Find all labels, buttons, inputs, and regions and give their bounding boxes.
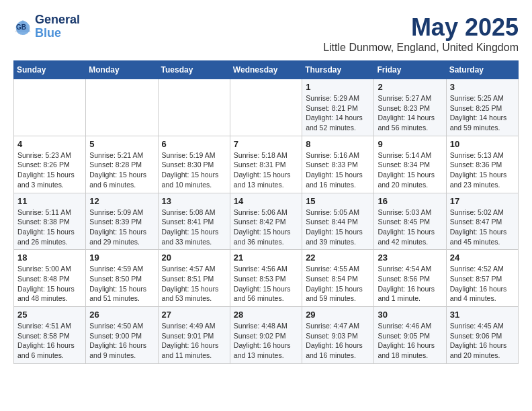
day-info: Sunrise: 4:52 AMSunset: 8:57 PMDaylight:… [450,264,515,304]
header-cell-monday: Monday [86,61,158,79]
day-number: 31 [450,310,515,320]
day-info: Sunrise: 5:09 AMSunset: 8:39 PMDaylight:… [89,208,154,247]
calendar-cell: 6Sunrise: 5:19 AMSunset: 8:30 PMDaylight… [158,136,230,193]
calendar-cell: 22Sunrise: 4:55 AMSunset: 8:54 PMDayligh… [302,250,374,307]
day-number: 30 [378,310,442,320]
day-number: 2 [378,82,442,92]
day-number: 7 [234,139,298,149]
day-info: Sunrise: 5:25 AMSunset: 8:25 PMDaylight:… [450,93,515,133]
day-info: Sunrise: 4:48 AMSunset: 9:02 PMDaylight:… [234,321,298,361]
header-cell-friday: Friday [374,61,446,79]
day-info: Sunrise: 4:54 AMSunset: 8:56 PMDaylight:… [378,264,442,304]
week-row-2: 4Sunrise: 5:23 AMSunset: 8:26 PMDaylight… [14,136,519,193]
calendar-cell: 1Sunrise: 5:29 AMSunset: 8:21 PMDaylight… [302,79,374,136]
day-info: Sunrise: 5:29 AMSunset: 8:21 PMDaylight:… [306,93,370,133]
location-title: Little Dunmow, England, United Kingdom [323,42,519,54]
calendar-cell: 10Sunrise: 5:13 AMSunset: 8:36 PMDayligh… [446,136,518,193]
calendar-cell: 3Sunrise: 5:25 AMSunset: 8:25 PMDaylight… [446,79,518,136]
calendar-cell: 25Sunrise: 4:51 AMSunset: 8:58 PMDayligh… [14,307,86,364]
day-info: Sunrise: 4:55 AMSunset: 8:54 PMDaylight:… [306,264,370,304]
calendar-cell [86,79,158,136]
day-info: Sunrise: 5:21 AMSunset: 8:28 PMDaylight:… [89,150,154,190]
header-cell-sunday: Sunday [14,61,86,79]
day-info: Sunrise: 5:11 AMSunset: 8:38 PMDaylight:… [17,208,82,247]
day-number: 23 [378,253,442,263]
calendar-cell: 21Sunrise: 4:56 AMSunset: 8:53 PMDayligh… [230,250,302,307]
day-info: Sunrise: 5:08 AMSunset: 8:41 PMDaylight:… [162,208,226,247]
calendar-cell: 8Sunrise: 5:16 AMSunset: 8:33 PMDaylight… [302,136,374,193]
svg-text:GB: GB [16,24,26,31]
day-number: 20 [162,253,226,263]
day-number: 14 [234,196,298,206]
day-number: 12 [89,196,154,206]
week-row-3: 11Sunrise: 5:11 AMSunset: 8:38 PMDayligh… [14,193,519,250]
calendar-cell: 2Sunrise: 5:27 AMSunset: 8:23 PMDaylight… [374,79,446,136]
calendar-cell [14,79,86,136]
logo-line1: General [35,13,80,27]
day-info: Sunrise: 4:56 AMSunset: 8:53 PMDaylight:… [234,264,298,304]
day-info: Sunrise: 4:46 AMSunset: 9:05 PMDaylight:… [378,321,442,361]
day-info: Sunrise: 5:00 AMSunset: 8:48 PMDaylight:… [17,264,82,304]
day-number: 22 [306,253,370,263]
calendar-cell: 12Sunrise: 5:09 AMSunset: 8:39 PMDayligh… [86,193,158,250]
calendar-cell: 29Sunrise: 4:47 AMSunset: 9:03 PMDayligh… [302,307,374,364]
calendar-cell [158,79,230,136]
day-info: Sunrise: 5:02 AMSunset: 8:47 PMDaylight:… [450,208,515,247]
day-number: 25 [17,310,82,320]
calendar-cell: 27Sunrise: 4:49 AMSunset: 9:01 PMDayligh… [158,307,230,364]
day-number: 11 [17,196,82,206]
calendar-cell: 11Sunrise: 5:11 AMSunset: 8:38 PMDayligh… [14,193,86,250]
day-info: Sunrise: 5:03 AMSunset: 8:45 PMDaylight:… [378,208,442,247]
day-number: 1 [306,82,370,92]
day-number: 9 [378,139,442,149]
month-title: May 2025 [323,13,519,42]
logo-icon: GB [13,17,32,36]
logo-line2: Blue [35,27,80,40]
day-info: Sunrise: 4:51 AMSunset: 8:58 PMDaylight:… [17,321,82,361]
day-info: Sunrise: 4:47 AMSunset: 9:03 PMDaylight:… [306,321,370,361]
calendar-cell: 14Sunrise: 5:06 AMSunset: 8:42 PMDayligh… [230,193,302,250]
calendar-cell: 18Sunrise: 5:00 AMSunset: 8:48 PMDayligh… [14,250,86,307]
calendar-cell: 23Sunrise: 4:54 AMSunset: 8:56 PMDayligh… [374,250,446,307]
day-number: 3 [450,82,515,92]
day-number: 18 [17,253,82,263]
calendar-cell: 15Sunrise: 5:05 AMSunset: 8:44 PMDayligh… [302,193,374,250]
title-area: May 2025 Little Dunmow, England, United … [323,13,519,54]
calendar-cell: 31Sunrise: 4:45 AMSunset: 9:06 PMDayligh… [446,307,518,364]
day-number: 10 [450,139,515,149]
calendar-cell: 20Sunrise: 4:57 AMSunset: 8:51 PMDayligh… [158,250,230,307]
calendar-cell: 24Sunrise: 4:52 AMSunset: 8:57 PMDayligh… [446,250,518,307]
calendar-cell: 26Sunrise: 4:50 AMSunset: 9:00 PMDayligh… [86,307,158,364]
day-info: Sunrise: 5:16 AMSunset: 8:33 PMDaylight:… [306,150,370,190]
day-number: 28 [234,310,298,320]
header-cell-wednesday: Wednesday [230,61,302,79]
day-number: 8 [306,139,370,149]
week-row-5: 25Sunrise: 4:51 AMSunset: 8:58 PMDayligh… [14,307,519,364]
day-number: 6 [162,139,226,149]
day-number: 4 [17,139,82,149]
day-info: Sunrise: 5:18 AMSunset: 8:31 PMDaylight:… [234,150,298,190]
header-cell-thursday: Thursday [302,61,374,79]
calendar-cell: 30Sunrise: 4:46 AMSunset: 9:05 PMDayligh… [374,307,446,364]
day-number: 17 [450,196,515,206]
day-number: 26 [89,310,154,320]
header-cell-tuesday: Tuesday [158,61,230,79]
day-number: 16 [378,196,442,206]
day-number: 13 [162,196,226,206]
day-info: Sunrise: 5:13 AMSunset: 8:36 PMDaylight:… [450,150,515,190]
calendar-cell: 19Sunrise: 4:59 AMSunset: 8:50 PMDayligh… [86,250,158,307]
calendar-table: SundayMondayTuesdayWednesdayThursdayFrid… [13,60,519,364]
day-info: Sunrise: 4:49 AMSunset: 9:01 PMDaylight:… [162,321,226,361]
calendar-cell: 28Sunrise: 4:48 AMSunset: 9:02 PMDayligh… [230,307,302,364]
day-info: Sunrise: 4:45 AMSunset: 9:06 PMDaylight:… [450,321,515,361]
day-number: 21 [234,253,298,263]
calendar-cell: 9Sunrise: 5:14 AMSunset: 8:34 PMDaylight… [374,136,446,193]
day-info: Sunrise: 4:57 AMSunset: 8:51 PMDaylight:… [162,264,226,304]
calendar-cell: 16Sunrise: 5:03 AMSunset: 8:45 PMDayligh… [374,193,446,250]
calendar-cell: 17Sunrise: 5:02 AMSunset: 8:47 PMDayligh… [446,193,518,250]
day-number: 29 [306,310,370,320]
day-number: 19 [89,253,154,263]
day-number: 5 [89,139,154,149]
logo: GB General Blue [13,13,80,40]
day-info: Sunrise: 5:19 AMSunset: 8:30 PMDaylight:… [162,150,226,190]
